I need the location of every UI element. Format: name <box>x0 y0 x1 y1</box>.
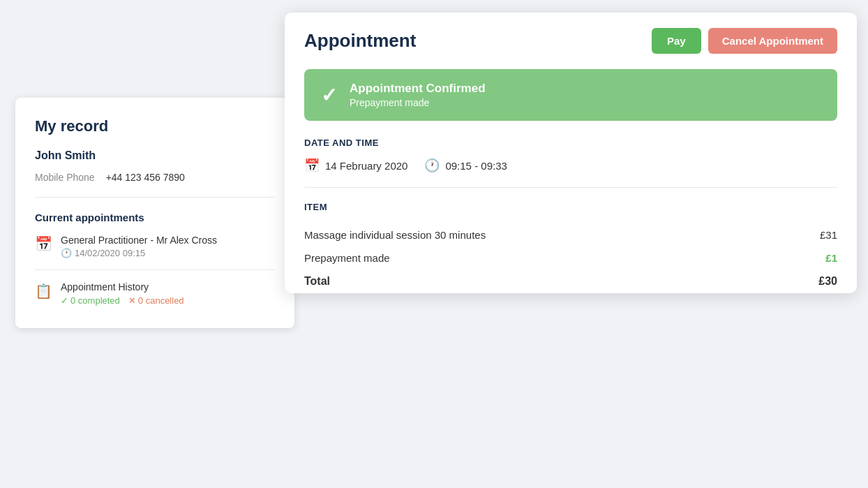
item-price-2: £1 <box>825 252 837 264</box>
contact-label: Mobile Phone <box>35 172 95 183</box>
item-price-1: £31 <box>820 229 837 241</box>
date-time-section: DATE AND TIME 📅 14 February 2020 🕐 09:15… <box>285 138 857 173</box>
confirmation-banner: ✓ Appointment Confirmed Prepayment made <box>304 69 837 121</box>
date-value: 14 February 2020 <box>325 160 407 172</box>
cross-icon: ✕ <box>128 295 136 306</box>
contact-value: +44 123 456 7890 <box>106 172 185 183</box>
banner-subtitle: Prepayment made <box>350 97 486 108</box>
current-appointments-title: Current appointments <box>35 212 275 223</box>
pay-button[interactable]: Pay <box>652 28 701 54</box>
appointment-modal: Appointment Pay Cancel Appointment ✓ App… <box>285 13 857 293</box>
total-price: £30 <box>818 275 837 288</box>
modal-title: Appointment <box>304 30 416 52</box>
total-label: Total <box>304 275 330 288</box>
appt-name: General Practitioner - Mr Alex Cross <box>61 235 217 246</box>
contact-row: Mobile Phone +44 123 456 7890 <box>35 172 275 198</box>
checkmark-icon: ✓ <box>321 84 337 107</box>
date-time-label: DATE AND TIME <box>304 138 837 148</box>
cancel-appointment-button[interactable]: Cancel Appointment <box>708 28 837 54</box>
time-value: 09:15 - 09:33 <box>445 160 507 172</box>
item-row-prepayment: Prepayment made £1 <box>285 246 857 269</box>
divider <box>304 187 837 188</box>
patient-name: John Smith <box>35 149 275 162</box>
my-record-card: My record John Smith Mobile Phone +44 12… <box>15 98 294 328</box>
list-item[interactable]: 📅 General Practitioner - Mr Alex Cross 🕐… <box>35 235 275 270</box>
history-title: Appointment History <box>61 281 184 293</box>
clock-icon: 🕐 <box>61 248 72 258</box>
item-row: Massage individual session 30 minutes £3… <box>285 223 857 246</box>
header-buttons: Pay Cancel Appointment <box>652 28 837 54</box>
checkmark-icon: ✓ <box>61 295 68 306</box>
history-item[interactable]: 📋 Appointment History ✓ 0 completed ✕ 0 … <box>35 281 275 306</box>
item-label-1: Massage individual session 30 minutes <box>304 229 486 241</box>
cancelled-stat: ✕ 0 cancelled <box>128 295 184 306</box>
banner-title: Appointment Confirmed <box>350 82 486 96</box>
history-icon: 📋 <box>35 283 52 300</box>
completed-stat: ✓ 0 completed <box>61 295 120 306</box>
my-record-title: My record <box>35 117 275 135</box>
item-label-2: Prepayment made <box>304 252 390 264</box>
item-section-label: ITEM <box>285 202 857 212</box>
time-item: 🕐 09:15 - 09:33 <box>424 158 507 173</box>
appt-datetime: 🕐 14/02/2020 09:15 <box>61 248 217 258</box>
date-item: 📅 14 February 2020 <box>304 158 407 173</box>
total-row: Total £30 <box>285 269 857 293</box>
clock-icon: 🕐 <box>424 158 440 173</box>
calendar-icon: 📅 <box>35 235 52 252</box>
modal-header: Appointment Pay Cancel Appointment <box>285 13 857 69</box>
calendar-icon: 📅 <box>304 158 320 173</box>
